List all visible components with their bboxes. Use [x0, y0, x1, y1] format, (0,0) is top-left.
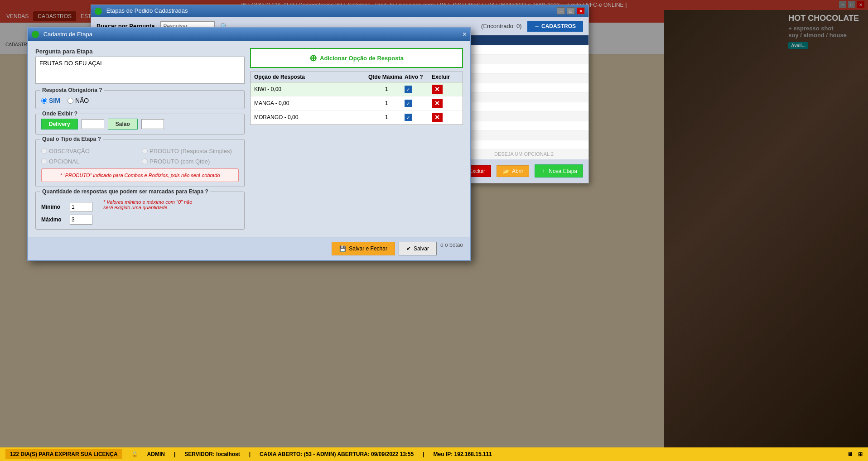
option-name-kiwi: KIWI - 0,00	[254, 86, 368, 92]
produto-qtde-radio[interactable]	[142, 158, 148, 164]
sim-radio[interactable]	[41, 98, 47, 104]
etapas-dialog-title: Etapas de Pedido Cadastradas	[106, 7, 188, 14]
option-row-morango[interactable]: MORANGO - 0,00 1 ✓ ✕	[251, 110, 463, 125]
option-qtd-kiwi: 1	[368, 86, 405, 92]
status-bar-right: 🖥 ⊞	[847, 451, 863, 457]
cadastro-footer: 💾 Salvar e Fechar ✔ Salvar o o botão	[28, 237, 470, 260]
produto-simples-option[interactable]: PRODUTO (Resposta Simples)	[142, 148, 239, 154]
save-close-btn[interactable]: 💾 Salvar e Fechar	[332, 242, 395, 255]
separator1: |	[174, 451, 175, 457]
option-ativo-manga[interactable]: ✓	[405, 100, 432, 107]
option-qtd-manga: 1	[368, 100, 405, 106]
option-row-manga[interactable]: MANGA - 0,00 1 ✓ ✕	[251, 96, 463, 110]
option-ativo-morango[interactable]: ✓	[405, 114, 432, 121]
minimo-row: Mínimo	[41, 202, 92, 212]
cadastro-titlebar: Cadastro de Etapa ×	[28, 28, 470, 41]
etapas-maximize-btn[interactable]: □	[567, 7, 575, 14]
warning-text: * "PRODUTO" indicado para Combos e Rodíz…	[41, 168, 239, 182]
col-extra	[494, 37, 585, 43]
cadastro-title: Cadastro de Etapa	[43, 31, 92, 38]
etapas-dialog-titlebar: Etapas de Pedido Cadastradas ─ □ ✕	[91, 5, 588, 17]
server-text: SERVIDOR: localhost	[184, 451, 240, 457]
option-name-morango: MORANGO - 0,00	[254, 114, 368, 120]
license-warning: 122 DIA(S) PARA EXPIRAR SUA LICENÇA	[5, 449, 122, 459]
col-ativo: Ativo ?	[405, 74, 432, 80]
opcional-radio[interactable]	[41, 158, 47, 164]
minimo-input[interactable]	[70, 202, 92, 212]
option-qtd-morango: 1	[368, 114, 405, 120]
exibir-toggle-group: Delivery Salão	[41, 119, 239, 130]
produto-qtde-option[interactable]: PRODUTO (com Qtde)	[142, 158, 239, 165]
minimo-label: Mínimo	[41, 204, 66, 210]
caixa-text: CAIXA ABERTO: (53 - ADMIN) ABERTURA: 09/…	[260, 451, 414, 457]
delivery-value[interactable]	[82, 119, 104, 129]
save-btn[interactable]: ✔ Salvar	[399, 242, 437, 255]
option-ativo-kiwi[interactable]: ✓	[405, 86, 432, 93]
col-qtdmax: Qtde Máxima	[368, 74, 405, 80]
opcional-option[interactable]: OPCIONAL	[41, 158, 138, 165]
nova-etapa-icon: ＋	[540, 167, 546, 175]
abrir-etapa-btn[interactable]: 📂 Abrir	[497, 165, 529, 177]
maximo-row: Máximo	[41, 215, 92, 225]
nova-etapa-btn[interactable]: ＋ Nova Etapa	[535, 164, 583, 178]
delete-kiwi-btn[interactable]: ✕	[432, 85, 443, 94]
tipo-etapa-section: Qual o Tipo da Etapa ? OBSERVAÇÃO PRODUT…	[35, 139, 245, 187]
tipo-etapa-label: Qual o Tipo da Etapa ?	[40, 136, 103, 142]
delete-morango-btn[interactable]: ✕	[432, 113, 443, 122]
onde-exibir-label: Onde Exibir ?	[40, 110, 79, 117]
cadastro-dialog: Cadastro de Etapa × Pergunta para Etapa …	[27, 27, 471, 261]
maximo-input[interactable]	[70, 215, 92, 225]
check-icon-morango: ✓	[405, 114, 412, 121]
etapas-close-btn[interactable]: ✕	[577, 7, 585, 14]
delivery-btn[interactable]: Delivery	[41, 119, 78, 130]
save-icon: ✔	[406, 245, 411, 252]
salao-btn[interactable]: Salão	[108, 119, 138, 130]
check-icon-kiwi: ✓	[405, 86, 412, 93]
etapas-dialog-controls: ─ □ ✕	[557, 7, 585, 14]
pergunta-input[interactable]: FRUTAS DO SEU AÇAI	[35, 57, 245, 84]
click-hint: o o botão	[440, 242, 463, 255]
add-option-btn[interactable]: ⊕ Adicionar Opção de Resposta	[250, 48, 463, 68]
lock-icon: 🔒	[131, 451, 138, 457]
delete-manga-btn[interactable]: ✕	[432, 99, 443, 108]
col-excluir: Excluir	[432, 74, 459, 80]
cadastro-close-btn[interactable]: ×	[463, 30, 467, 38]
option-name-manga: MANGA - 0,00	[254, 100, 368, 106]
qty-hint: * Valores mínimo e máximo com "0" não se…	[103, 199, 194, 210]
monitor-icon: 🖥	[847, 451, 853, 457]
observacao-option[interactable]: OBSERVAÇÃO	[41, 148, 138, 154]
found-count: (Encontrado: 0)	[481, 23, 522, 29]
admin-text: ADMIN	[147, 451, 165, 457]
nao-radio[interactable]	[68, 98, 73, 104]
produto-simples-radio[interactable]	[142, 148, 148, 154]
cadastro-body: Pergunta para Etapa FRUTAS DO SEU AÇAI R…	[28, 41, 470, 237]
maximo-label: Máximo	[41, 216, 66, 223]
add-icon: ⊕	[309, 53, 317, 63]
etapas-minimize-btn[interactable]: ─	[557, 7, 565, 14]
cadastro-icon	[32, 31, 39, 38]
col-opcao: Opção de Resposta	[254, 74, 368, 80]
separator2: |	[249, 451, 251, 457]
nao-option[interactable]: NÃO	[68, 97, 89, 104]
observacao-radio[interactable]	[41, 148, 47, 154]
options-header: Opção de Resposta Qtde Máxima Ativo ? Ex…	[251, 72, 463, 82]
resposta-obrigatoria-section: Resposta Obrigatória ? SIM NÃO	[35, 90, 245, 109]
new-etapa-header-btn[interactable]: ← CADASTROS	[527, 21, 583, 32]
pergunta-label: Pergunta para Etapa	[35, 48, 245, 55]
status-bar: 122 DIA(S) PARA EXPIRAR SUA LICENÇA 🔒 AD…	[0, 447, 868, 461]
onde-exibir-section: Onde Exibir ? Delivery Salão	[35, 114, 245, 134]
save-close-icon: 💾	[339, 245, 346, 252]
quantidade-label: Quantidade de respostas que podem ser ma…	[40, 188, 210, 195]
option-row-kiwi[interactable]: KIWI - 0,00 1 ✓ ✕	[251, 82, 463, 96]
options-table: Opção de Resposta Qtde Máxima Ativo ? Ex…	[250, 72, 463, 125]
cadastro-left-panel: Pergunta para Etapa FRUTAS DO SEU AÇAI R…	[35, 48, 245, 230]
abrir-icon: 📂	[502, 168, 509, 174]
qr-icon: ⊞	[858, 451, 863, 457]
check-icon-manga: ✓	[405, 100, 412, 107]
quantidade-section: Quantidade de respostas que podem ser ma…	[35, 192, 245, 230]
ip-text: Meu IP: 192.168.15.111	[434, 451, 492, 457]
resposta-radio-group: SIM NÃO	[41, 97, 239, 104]
separator3: |	[423, 451, 424, 457]
salao-value[interactable]	[141, 119, 164, 129]
sim-option[interactable]: SIM	[41, 97, 60, 104]
